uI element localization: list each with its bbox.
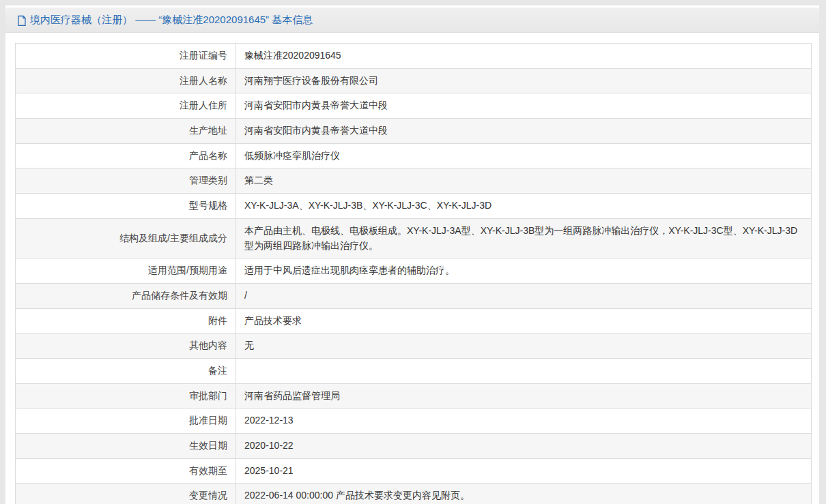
document-icon — [16, 15, 27, 26]
row-value-text: 2022-12-13 — [244, 415, 294, 426]
row-label-text: 注册人住所 — [180, 100, 227, 110]
row-label: 生效日期 — [16, 434, 236, 459]
row-value: 豫械注准20202091645 — [236, 44, 812, 69]
row-value-text: XY-K-JLJ-3A、XY-K-JLJ-3B、XY-K-JLJ-3C、XY-K… — [244, 200, 492, 211]
row-label-text: 有效期至 — [189, 465, 227, 476]
row-value-text: 适用于中风后遗症出现肌肉痉挛患者的辅助治疗。 — [244, 265, 455, 276]
table-row: 其他内容无 — [16, 333, 812, 359]
table-row: 批准日期2022-12-13 — [16, 409, 812, 434]
table-row: 型号规格XY-K-JLJ-3A、XY-K-JLJ-3B、XY-K-JLJ-3C、… — [16, 194, 812, 219]
row-label: 注册证编号 — [16, 44, 236, 69]
registration-info-table: 注册证编号豫械注准20202091645注册人名称河南翔宇医疗设备股份有限公司注… — [15, 43, 812, 504]
row-value: 2025-10-21 — [236, 458, 812, 484]
row-value: XY-K-JLJ-3A、XY-K-JLJ-3B、XY-K-JLJ-3C、XY-K… — [236, 194, 812, 219]
row-label-text: 变更情况 — [189, 490, 227, 501]
row-value-text: 产品技术要求 — [244, 315, 302, 326]
page-title: 境内医疗器械（注册） —— “豫械注准20202091645” 基本信息 — [30, 14, 313, 27]
row-value: 2020-10-22 — [236, 434, 812, 459]
row-value: 河南翔宇医疗设备股份有限公司 — [236, 68, 812, 93]
row-value-text: 河南省药品监督管理局 — [244, 390, 340, 401]
row-value-text: 2020-10-22 — [244, 440, 294, 451]
table-row: 注册人名称河南翔宇医疗设备股份有限公司 — [16, 68, 812, 93]
row-label-text: 批准日期 — [189, 415, 227, 426]
table-container: 注册证编号豫械注准20202091645注册人名称河南翔宇医疗设备股份有限公司注… — [5, 33, 819, 504]
row-label-text: 注册证编号 — [180, 50, 227, 61]
row-label: 备注 — [16, 358, 236, 383]
row-value: 适用于中风后遗症出现肌肉痉挛患者的辅助治疗。 — [236, 258, 812, 284]
row-label: 管理类别 — [16, 168, 236, 194]
row-label-text: 产品储存条件及有效期 — [132, 290, 227, 301]
row-value: 无 — [236, 333, 812, 359]
row-value: 第二类 — [236, 168, 812, 194]
content-panel: 境内医疗器械（注册） —— “豫械注准20202091645” 基本信息 注册证… — [5, 5, 819, 504]
table-row: 附件产品技术要求 — [16, 308, 812, 333]
row-value-text: 低频脉冲痉挛肌治疗仪 — [244, 150, 340, 161]
row-value: 产品技术要求 — [236, 308, 812, 333]
row-label: 变更情况 — [16, 484, 236, 504]
table-row: 产品名称低频脉冲痉挛肌治疗仪 — [16, 143, 812, 168]
row-label: 有效期至 — [16, 458, 236, 484]
table-row: 生效日期2020-10-22 — [16, 434, 812, 459]
row-value-text: 2022-06-14 00:00:00 产品技术要求变更内容见附页。 — [244, 490, 470, 501]
table-row: 注册人住所河南省安阳市内黄县帝誉大道中段 — [16, 93, 812, 119]
row-label: 批准日期 — [16, 409, 236, 434]
table-row: 备注 — [16, 358, 812, 383]
table-row: 注册证编号豫械注准20202091645 — [16, 44, 812, 69]
row-label-text: 生效日期 — [189, 440, 227, 451]
page-title-bar: 境内医疗器械（注册） —— “豫械注准20202091645” 基本信息 — [5, 8, 819, 33]
row-label-text: 生产地址 — [189, 125, 227, 136]
row-value-text: 河南省安阳市内黄县帝誉大道中段 — [244, 125, 388, 136]
row-value: 河南省药品监督管理局 — [236, 383, 812, 409]
row-label: 生产地址 — [16, 119, 236, 144]
row-label: 产品储存条件及有效期 — [16, 283, 236, 308]
row-value-text: 河南省安阳市内黄县帝誉大道中段 — [244, 100, 388, 110]
row-value-text: 第二类 — [244, 175, 273, 186]
row-value: 2022-12-13 — [236, 409, 812, 434]
row-value: 河南省安阳市内黄县帝誉大道中段 — [236, 93, 812, 119]
table-row: 管理类别第二类 — [16, 168, 812, 194]
row-value-text: 无 — [244, 340, 254, 351]
row-label: 适用范围/预期用途 — [16, 258, 236, 284]
row-label: 型号规格 — [16, 194, 236, 219]
table-row: 适用范围/预期用途适用于中风后遗症出现肌肉痉挛患者的辅助治疗。 — [16, 258, 812, 284]
row-label-text: 审批部门 — [189, 390, 227, 401]
row-label-text: 注册人名称 — [180, 75, 227, 86]
row-value-text: 2025-10-21 — [244, 465, 294, 476]
table-row: 生产地址河南省安阳市内黄县帝誉大道中段 — [16, 119, 812, 144]
row-label: 注册人住所 — [16, 93, 236, 119]
row-label-text: 产品名称 — [189, 150, 227, 161]
row-value-text: 本产品由主机、电极线、电极板组成。XY-K-JLJ-3A型、XY-K-JLJ-3… — [244, 225, 797, 251]
row-label-text: 其他内容 — [189, 340, 227, 351]
row-label: 结构及组成/主要组成成分 — [16, 218, 236, 258]
table-row: 有效期至2025-10-21 — [16, 458, 812, 484]
row-label-text: 型号规格 — [189, 200, 227, 211]
row-value: 本产品由主机、电极线、电极板组成。XY-K-JLJ-3A型、XY-K-JLJ-3… — [236, 218, 812, 258]
table-row: 产品储存条件及有效期/ — [16, 283, 812, 308]
row-label-text: 备注 — [208, 365, 227, 376]
table-row: 变更情况2022-06-14 00:00:00 产品技术要求变更内容见附页。 — [16, 484, 812, 504]
row-label: 注册人名称 — [16, 68, 236, 93]
row-value: / — [236, 283, 812, 308]
row-value-text: 豫械注准20202091645 — [244, 50, 341, 61]
table-row: 结构及组成/主要组成成分本产品由主机、电极线、电极板组成。XY-K-JLJ-3A… — [16, 218, 812, 258]
table-row: 审批部门河南省药品监督管理局 — [16, 383, 812, 409]
row-label: 其他内容 — [16, 333, 236, 359]
row-label: 产品名称 — [16, 143, 236, 168]
row-value-text: / — [244, 290, 247, 301]
row-label-text: 附件 — [208, 315, 227, 326]
row-value-text: 河南翔宇医疗设备股份有限公司 — [244, 75, 378, 86]
row-value: 2022-06-14 00:00:00 产品技术要求变更内容见附页。 — [236, 484, 812, 504]
registration-table-body: 注册证编号豫械注准20202091645注册人名称河南翔宇医疗设备股份有限公司注… — [16, 44, 812, 504]
row-value: 河南省安阳市内黄县帝誉大道中段 — [236, 119, 812, 144]
row-label-text: 管理类别 — [189, 175, 227, 186]
row-label-text: 结构及组成/主要组成成分 — [119, 233, 227, 243]
row-value: 低频脉冲痉挛肌治疗仪 — [236, 143, 812, 168]
row-label: 审批部门 — [16, 383, 236, 409]
row-label-text: 适用范围/预期用途 — [148, 265, 227, 276]
row-value — [236, 358, 812, 383]
row-label: 附件 — [16, 308, 236, 333]
